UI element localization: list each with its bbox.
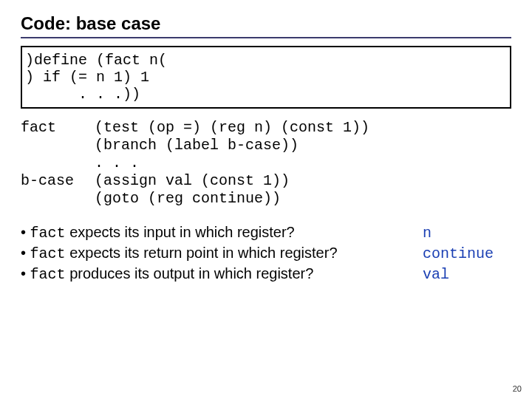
asm-label xyxy=(21,137,95,154)
asm-label: fact xyxy=(21,119,95,137)
qa-answer: continue xyxy=(423,245,511,262)
asm-instr: . . . xyxy=(95,154,511,172)
qa-text: expects its input in which register? xyxy=(66,224,295,240)
qa-text: expects its return point in which regist… xyxy=(66,245,338,261)
qa-answer: val xyxy=(423,266,511,283)
qa-question: • fact expects its return point in which… xyxy=(21,245,417,262)
qa-mono: fact xyxy=(30,225,66,242)
asm-instr: (goto (reg continue)) xyxy=(95,190,511,208)
asm-label: b-case xyxy=(21,172,95,190)
qa-answer: n xyxy=(423,225,511,242)
qa-mono: fact xyxy=(30,245,66,262)
asm-instr: (branch (label b-case)) xyxy=(95,137,511,154)
asm-label xyxy=(21,154,95,172)
qa-question: • fact produces its output in which regi… xyxy=(21,265,417,283)
slide: Code: base case )define (fact n( ) if (=… xyxy=(0,0,532,399)
asm-label xyxy=(21,190,95,208)
code-block: )define (fact n( ) if (= n 1) 1 . . .)) xyxy=(21,46,511,109)
assembly-listing: fact (test (op =) (reg n) (const 1)) (br… xyxy=(21,119,511,208)
asm-instr: (test (op =) (reg n) (const 1)) xyxy=(95,119,511,137)
title-rule xyxy=(21,37,511,38)
qa-question: • fact expects its input in which regist… xyxy=(21,224,417,242)
qa-block: • fact expects its input in which regist… xyxy=(21,224,511,283)
asm-instr: (assign val (const 1)) xyxy=(95,172,511,190)
qa-mono: fact xyxy=(30,266,66,283)
qa-text: produces its output in which register? xyxy=(66,265,314,282)
slide-title: Code: base case xyxy=(21,13,511,34)
page-number: 20 xyxy=(513,384,522,393)
